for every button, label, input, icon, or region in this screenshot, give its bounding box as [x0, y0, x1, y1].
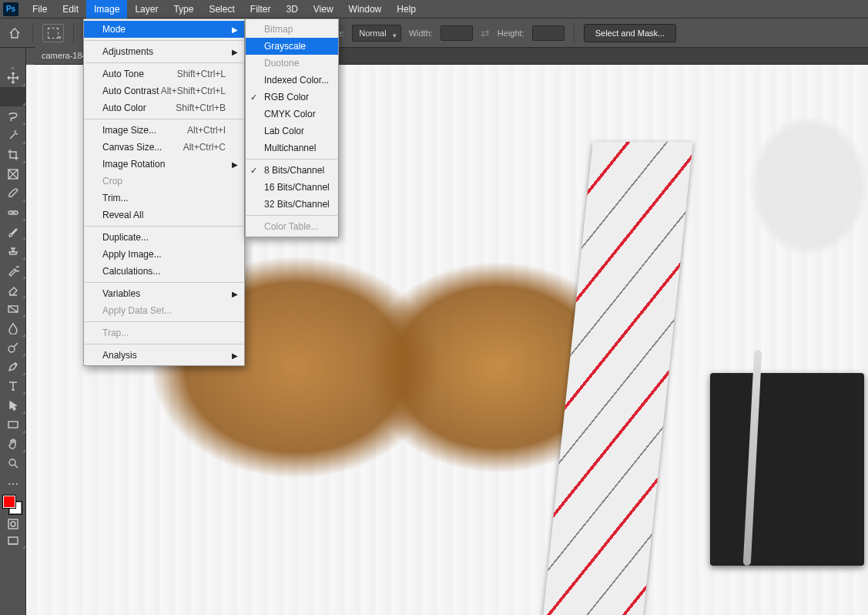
quick-mask-icon[interactable] — [0, 516, 26, 533]
width-field[interactable] — [441, 25, 473, 41]
menu-edit[interactable]: Edit — [55, 0, 86, 18]
mode-item-8bit[interactable]: ✓8 Bits/Channel — [246, 162, 338, 179]
marquee-tool[interactable] — [0, 87, 26, 106]
svg-rect-8 — [8, 537, 18, 544]
svg-rect-6 — [8, 519, 18, 529]
menu-item-apply-data-set: Apply Data Set... — [84, 302, 244, 319]
mode-item-cmyk[interactable]: CMYK Color — [246, 106, 338, 123]
image-menu-dropdown: Mode▶ Adjustments▶ Auto ToneShift+Ctrl+L… — [83, 18, 245, 366]
select-and-mask-button[interactable]: Select and Mask... — [584, 24, 677, 42]
menu-item-image-rotation[interactable]: Image Rotation▶ — [84, 156, 244, 173]
mode-item-indexed[interactable]: Indexed Color... — [246, 72, 338, 89]
path-selection-tool[interactable] — [0, 395, 26, 415]
menu-type[interactable]: Type — [166, 0, 201, 18]
hand-tool[interactable] — [0, 434, 26, 453]
menu-filter[interactable]: Filter — [243, 0, 279, 18]
gradient-tool[interactable] — [0, 299, 26, 318]
zoom-tool[interactable] — [0, 453, 26, 472]
foreground-color-swatch[interactable] — [3, 496, 15, 508]
menu-item-auto-color[interactable]: Auto ColorShift+Ctrl+B — [84, 99, 244, 116]
mode-item-32bit[interactable]: 32 Bits/Channel — [246, 196, 338, 213]
screen-mode-icon[interactable] — [0, 533, 26, 549]
svg-rect-4 — [8, 422, 18, 428]
menu-select[interactable]: Select — [201, 0, 242, 18]
brush-tool[interactable] — [0, 222, 26, 241]
svg-point-5 — [9, 459, 15, 465]
menu-3d[interactable]: 3D — [278, 0, 305, 18]
menu-item-image-size[interactable]: Image Size...Alt+Ctrl+I — [84, 122, 244, 139]
lasso-tool[interactable] — [0, 106, 26, 126]
height-field[interactable] — [532, 25, 565, 41]
mode-item-grayscale[interactable]: Grayscale — [246, 38, 338, 55]
type-tool[interactable] — [0, 376, 26, 395]
edit-toolbar-icon[interactable]: ⋯ — [0, 477, 26, 491]
clone-stamp-tool[interactable] — [0, 241, 26, 260]
width-label: Width: — [409, 29, 433, 38]
crop-tool[interactable] — [0, 145, 26, 164]
menu-item-trim[interactable]: Trim... — [84, 190, 244, 207]
menu-item-trap: Trap... — [84, 324, 244, 341]
menu-image[interactable]: Image — [86, 0, 127, 18]
menu-item-mode[interactable]: Mode▶ — [84, 21, 244, 38]
blur-tool[interactable] — [0, 318, 26, 338]
mode-item-rgb[interactable]: ✓RGB Color — [246, 89, 338, 106]
height-label: Height: — [498, 29, 524, 38]
menu-window[interactable]: Window — [341, 0, 390, 18]
move-tool[interactable] — [0, 68, 26, 87]
tools-panel: » ⋯ — [0, 48, 26, 615]
svg-point-3 — [8, 346, 15, 352]
menu-item-canvas-size[interactable]: Canvas Size...Alt+Ctrl+C — [84, 139, 244, 156]
mode-item-color-table: Color Table... — [246, 218, 338, 235]
menu-layer[interactable]: Layer — [127, 0, 166, 18]
menu-item-adjustments[interactable]: Adjustments▶ — [84, 43, 244, 60]
swap-dimensions-icon[interactable]: ⇄ — [481, 27, 490, 39]
eraser-tool[interactable] — [0, 280, 26, 299]
healing-brush-tool[interactable] — [0, 203, 26, 222]
pen-tool[interactable] — [0, 357, 26, 376]
menu-file[interactable]: File — [25, 0, 55, 18]
menu-item-crop: Crop — [84, 173, 244, 190]
checkmark-icon: ✓ — [250, 166, 257, 176]
dodge-tool[interactable] — [0, 338, 26, 357]
menu-view[interactable]: View — [306, 0, 341, 18]
rectangle-tool[interactable] — [0, 415, 26, 434]
magic-wand-tool[interactable] — [0, 126, 26, 145]
color-swatches[interactable] — [0, 496, 25, 516]
checkmark-icon: ✓ — [250, 92, 257, 102]
menu-help[interactable]: Help — [389, 0, 424, 18]
menu-item-reveal-all[interactable]: Reveal All — [84, 207, 244, 223]
eyedropper-tool[interactable] — [0, 183, 26, 203]
menu-item-auto-contrast[interactable]: Auto ContrastAlt+Shift+Ctrl+L — [84, 82, 244, 99]
menu-bar: Ps File Edit Image Layer Type Select Fil… — [0, 0, 868, 18]
mode-item-lab[interactable]: Lab Color — [246, 123, 338, 139]
mode-item-multichannel[interactable]: Multichannel — [246, 139, 338, 156]
home-icon[interactable] — [6, 25, 23, 42]
menu-item-auto-tone[interactable]: Auto ToneShift+Ctrl+L — [84, 66, 244, 82]
frame-tool[interactable] — [0, 164, 26, 183]
history-brush-tool[interactable] — [0, 260, 26, 280]
mode-submenu: Bitmap Grayscale Duotone Indexed Color..… — [245, 18, 339, 237]
marquee-icon — [48, 28, 59, 39]
current-tool-preset[interactable]: ▾ — [42, 24, 64, 42]
menu-item-apply-image[interactable]: Apply Image... — [84, 246, 244, 263]
canvas-image — [710, 373, 864, 566]
menu-item-calculations[interactable]: Calculations... — [84, 263, 244, 280]
mode-item-duotone: Duotone — [246, 55, 338, 72]
svg-point-7 — [11, 522, 15, 526]
blend-mode-select[interactable]: Normal — [352, 25, 400, 42]
menu-item-analysis[interactable]: Analysis▶ — [84, 347, 244, 364]
mode-item-16bit[interactable]: 16 Bits/Channel — [246, 179, 338, 196]
menu-item-variables[interactable]: Variables▶ — [84, 285, 244, 302]
mode-item-bitmap: Bitmap — [246, 21, 338, 38]
app-logo-icon: Ps — [3, 2, 18, 16]
menu-item-duplicate[interactable]: Duplicate... — [84, 229, 244, 246]
